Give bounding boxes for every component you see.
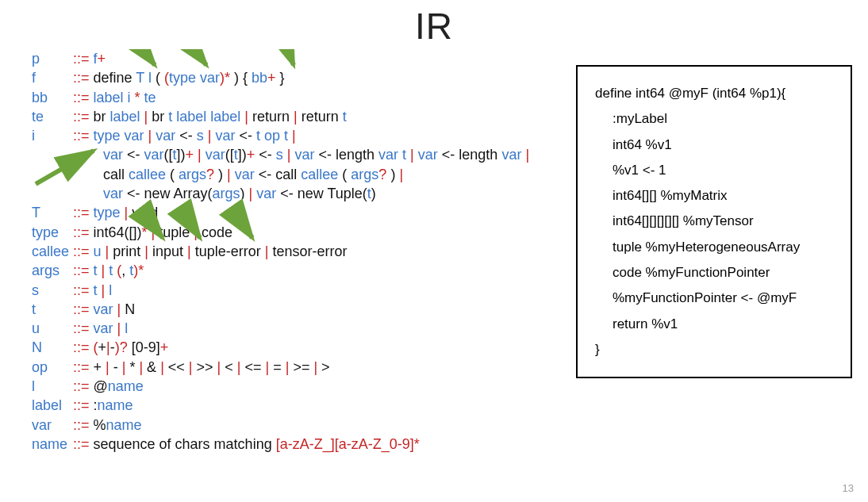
content: p::= f+ f::= define T l ( (type var)* ) … [0, 49, 868, 454]
code-example-box: define int64 @myF (int64 %p1){ :myLabel … [576, 65, 852, 378]
code-line: int64[][][][][] %myTensor [595, 209, 833, 234]
slide-title: IR [0, 5, 868, 48]
rule-args: args::= t | t (, t)* [32, 261, 560, 280]
code-line: int64 %v1 [595, 132, 833, 158]
code-line: :myLabel [595, 106, 833, 132]
rule-bb: bb::= label i * te [32, 88, 560, 107]
rule-i-cont2: call callee ( args? ) | var <- call call… [32, 165, 560, 184]
rule-t: t::= var | N [32, 300, 560, 319]
code-line: %myFunctionPointer <- @myF [595, 285, 833, 311]
rule-name: name::= sequence of chars matching [a-zA… [32, 435, 560, 454]
code-line: code %myFunctionPointer [595, 260, 833, 285]
rule-i: i::= type var | var <- s | var <- t op t… [32, 126, 560, 145]
grammar-block: p::= f+ f::= define T l ( (type var)* ) … [32, 49, 576, 454]
rule-callee: callee::= u | print | input | tuple-erro… [32, 242, 560, 261]
code-line: return %v1 [595, 312, 833, 337]
code-line: } [595, 337, 833, 362]
code-line: tuple %myHeterogeneousArray [595, 235, 833, 260]
rule-type: type::= int64([])* | tuple | code [32, 223, 560, 242]
rule-i-cont1: var <- var([t])+ | var([t])+ <- s | var … [32, 145, 560, 164]
rule-N: N::= (+|-)? [0-9]+ [32, 338, 560, 357]
rule-s: s::= t | l [32, 281, 560, 300]
slide-number: 13 [843, 482, 854, 494]
rule-i-cont3: var <- new Array(args) | var <- new Tupl… [32, 184, 560, 203]
rule-p: p::= f+ [32, 49, 560, 68]
rule-var: var::= %name [32, 416, 560, 435]
rule-te: te::= br label | br t label label | retu… [32, 107, 560, 126]
rule-label: label::= :name [32, 396, 560, 415]
code-line: %v1 <- 1 [595, 158, 833, 183]
code-line: define int64 @myF (int64 %p1){ [595, 81, 833, 106]
rule-f: f::= define T l ( (type var)* ) { bb+ } [32, 68, 560, 87]
rule-l: l::= @name [32, 377, 560, 396]
rule-u: u::= var | l [32, 319, 560, 338]
code-line: int64[][] %myMatrix [595, 183, 833, 209]
rule-T: T::= type | void [32, 203, 560, 222]
rule-op: op::= + | - | * | & | << | >> | < | <= |… [32, 358, 560, 377]
